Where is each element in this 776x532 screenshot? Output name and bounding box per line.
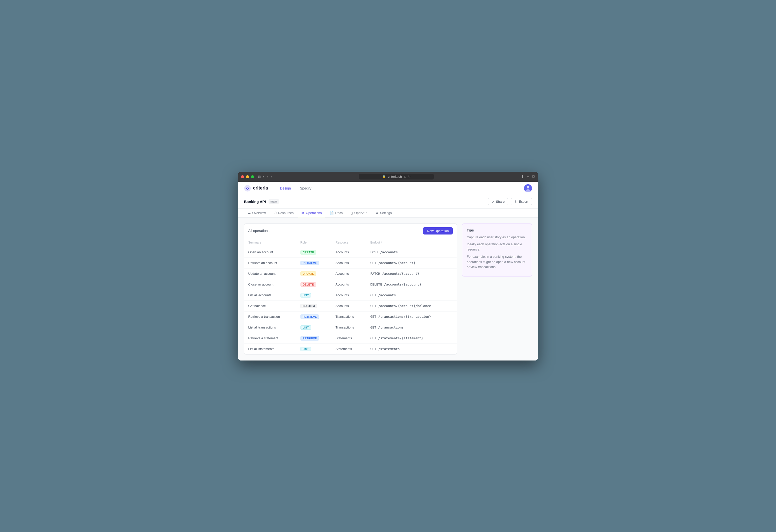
download-icon: ⬇	[515, 200, 517, 203]
share-icon: ↗	[492, 200, 495, 203]
cell-endpoint: POST /accounts	[367, 247, 457, 257]
role-badge: RETRIEVE	[301, 261, 319, 265]
logo-icon	[244, 185, 251, 192]
tab-overview[interactable]: ☁ Overview	[244, 208, 269, 217]
cell-summary: Get balance	[244, 301, 297, 311]
tab-resources[interactable]: ⬡ Resources	[270, 208, 297, 217]
tab-operations[interactable]: ⇄ Operations	[298, 208, 325, 217]
tab-docs[interactable]: 📄 Docs	[326, 208, 346, 217]
cell-summary: List all accounts	[244, 290, 297, 301]
cell-resource: Statements	[332, 333, 366, 344]
tips-title: Tips	[467, 228, 527, 232]
table-body: Open an accountCREATEAccountsPOST /accou…	[244, 247, 457, 354]
nav-specify[interactable]: Specify	[296, 185, 316, 192]
app-header-right	[524, 184, 532, 192]
tips-item-1: Capture each user story as an operation.	[467, 235, 527, 240]
forward-button[interactable]: ›	[270, 174, 272, 179]
branch-badge: main	[268, 199, 279, 204]
table-row[interactable]: Close an accountDELETEAccountsDELETE /ac…	[244, 279, 457, 290]
share-button[interactable]: ↗ Share	[488, 198, 509, 205]
tips-panel: Tips Capture each user story as an opera…	[462, 223, 532, 277]
close-button[interactable]	[241, 175, 244, 178]
cell-role: LIST	[297, 322, 332, 333]
cell-summary: Open an account	[244, 247, 297, 257]
tips-item-3: For example, in a banking system, the op…	[467, 254, 527, 270]
role-badge: RETRIEVE	[301, 336, 319, 341]
tab-settings[interactable]: ⚙ Settings	[372, 208, 395, 217]
cell-resource: Transactions	[332, 322, 366, 333]
mac-window: ⊟▾ ‹ › 🔒 criteria.sh ⊡ ↻ ⬆ + ⧉	[238, 172, 538, 360]
page-title: Banking API	[244, 199, 266, 204]
operations-icon: ⇄	[302, 211, 304, 215]
col-resource: Resource	[332, 238, 366, 247]
browser-content: criteria Design Specify Banking API main	[238, 182, 538, 360]
col-role: Role	[297, 238, 332, 247]
table-row[interactable]: Update an accountUPDATEAccountsPATCH /ac…	[244, 268, 457, 279]
avatar	[524, 184, 532, 192]
cell-resource: Accounts	[332, 247, 366, 257]
cell-summary: Close an account	[244, 279, 297, 290]
cell-role: CUSTOM	[297, 301, 332, 311]
operations-header: All operations New Operation	[244, 224, 457, 238]
role-badge: CREATE	[301, 250, 317, 254]
cell-role: LIST	[297, 344, 332, 354]
role-badge: CUSTOM	[301, 304, 317, 308]
cell-endpoint: GET /accounts	[367, 290, 457, 301]
cell-resource: Accounts	[332, 257, 366, 268]
cell-endpoint: GET /transactions/{transaction}	[367, 311, 457, 322]
operations-panel: All operations New Operation Summary Rol…	[244, 223, 457, 355]
titlebar-right: ⬆ + ⧉	[521, 174, 535, 179]
table-header: Summary Role Resource Endpoint	[244, 238, 457, 247]
new-operation-button[interactable]: New Operation	[423, 227, 453, 234]
table-row[interactable]: List all accountsLISTAccountsGET /accoun…	[244, 290, 457, 301]
table-row[interactable]: Retrieve an accountRETRIEVEAccountsGET /…	[244, 257, 457, 268]
cell-summary: List all statements	[244, 344, 297, 354]
cell-endpoint: GET /transactions	[367, 322, 457, 333]
col-endpoint: Endpoint	[367, 238, 457, 247]
resources-icon: ⬡	[274, 211, 276, 215]
address-bar[interactable]: 🔒 criteria.sh ⊡ ↻	[359, 174, 434, 179]
table-row[interactable]: Retrieve a transactionRETRIEVETransactio…	[244, 311, 457, 322]
table-row[interactable]: Get balanceCUSTOMAccountsGET /accounts/{…	[244, 301, 457, 311]
tips-item-2: Ideally each operation acts on a single …	[467, 242, 527, 252]
nav-design[interactable]: Design	[276, 185, 295, 192]
main-content: All operations New Operation Summary Rol…	[238, 217, 538, 360]
tracking-icon: ⊡	[404, 175, 406, 178]
refresh-icon[interactable]: ↻	[408, 175, 410, 178]
cell-endpoint: GET /accounts/{account}/balance	[367, 301, 457, 311]
maximize-button[interactable]	[251, 175, 254, 178]
role-badge: DELETE	[301, 282, 316, 287]
logo-text: criteria	[253, 185, 268, 191]
docs-icon: 📄	[330, 211, 334, 215]
cell-endpoint: DELETE /accounts/{account}	[367, 279, 457, 290]
openapi-icon: {}	[351, 211, 353, 215]
cell-summary: Retrieve a statement	[244, 333, 297, 344]
settings-icon: ⚙	[376, 211, 379, 215]
cell-endpoint: GET /statements/{statement}	[367, 333, 457, 344]
sidebar-toggle[interactable]: ⊟▾	[258, 175, 264, 178]
tab-openapi[interactable]: {} OpenAPI	[347, 208, 371, 217]
col-summary: Summary	[244, 238, 297, 247]
split-view-icon[interactable]: ⧉	[532, 175, 535, 179]
overview-icon: ☁	[247, 211, 251, 215]
cell-resource: Accounts	[332, 290, 366, 301]
new-tab-icon[interactable]: +	[527, 175, 529, 179]
cell-endpoint: GET /accounts/{account}	[367, 257, 457, 268]
cell-resource: Statements	[332, 344, 366, 354]
sub-nav: ☁ Overview ⬡ Resources ⇄ Operations 📄 Do…	[238, 208, 538, 217]
minimize-button[interactable]	[246, 175, 249, 178]
table-row[interactable]: Open an accountCREATEAccountsPOST /accou…	[244, 247, 457, 257]
role-badge: UPDATE	[301, 272, 317, 276]
svg-point-3	[527, 186, 529, 188]
cell-role: RETRIEVE	[297, 311, 332, 322]
share-icon[interactable]: ⬆	[521, 174, 524, 179]
page-header: Banking API main ↗ Share ⬇ Export	[238, 195, 538, 208]
page-header-actions: ↗ Share ⬇ Export	[488, 198, 532, 205]
back-button[interactable]: ‹	[267, 174, 268, 179]
table-row[interactable]: Retrieve a statementRETRIEVEStatementsGE…	[244, 333, 457, 344]
table-row[interactable]: List all transactionsLISTTransactionsGET…	[244, 322, 457, 333]
table-row[interactable]: List all statementsLISTStatementsGET /st…	[244, 344, 457, 354]
role-badge: LIST	[301, 325, 311, 330]
export-button[interactable]: ⬇ Export	[511, 198, 532, 205]
url-text: criteria.sh	[388, 175, 402, 178]
